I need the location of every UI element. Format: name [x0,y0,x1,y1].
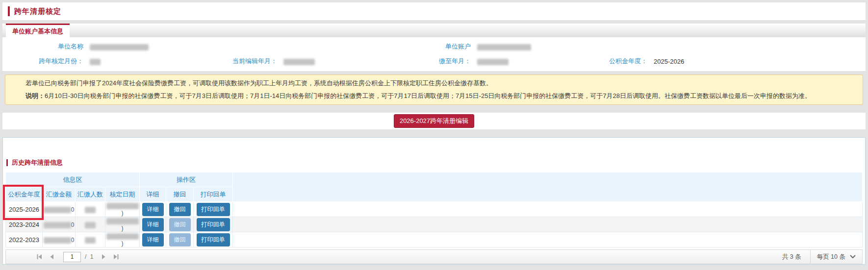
notice-line-2-text: 6月10日-30日向税务部门申报的社保缴费工资，可于7月3日后调取使用；7月1日… [45,92,811,99]
cell-amount-redacted: 0 [43,232,76,247]
page-title: 跨年清册核定 [14,7,61,16]
title-bar: 跨年清册核定 [2,2,866,20]
chevron-down-icon [850,253,856,260]
unit-name-value-redacted [90,44,149,50]
detail-button[interactable]: 详细 [142,218,164,231]
cell-date-redacted: ) [105,217,140,232]
pagination-bar: / 1 共 3 条 每页 10 条 [5,249,863,264]
unit-info-form: 单位名称 单位账户 跨年核定月份： 当前编辑年月： 缴至年月： [2,37,866,71]
page-size-select[interactable]: 每页 10 条 [810,250,862,264]
cross-year-month-label: 跨年核定月份： [2,57,83,66]
unit-account-value-redacted [477,44,531,50]
unit-account-label: 单位账户 [390,42,471,51]
col-header-print: 打印回单 [194,187,233,202]
withdraw-button[interactable]: 撤回 [169,203,191,216]
col-header-detail: 详细 [140,187,166,202]
cell-amount-redacted: 0 [43,202,76,217]
page-number-input[interactable] [63,252,81,262]
section-accent-bar [6,159,8,166]
col-header-people: 汇缴人数 [76,187,105,202]
print-receipt-button[interactable]: 打印回单 [197,218,230,231]
table-row: 2025-2026 0 ) 详细 撤回 打印回单 [6,202,863,217]
total-count-label: 共 3 条 [773,253,810,261]
detail-button[interactable]: 详细 [142,233,164,246]
tab-strip: 单位账户基本信息 [2,24,866,37]
notice-line-2: 说明：6月10日-30日向税务部门申报的社保缴费工资，可于7月3日后调取使用；7… [26,90,848,102]
cell-people-redacted [76,217,105,232]
cell-fund-year: 2025-2026 [6,202,43,217]
last-page-icon[interactable] [110,254,123,260]
detail-button[interactable]: 详细 [142,203,164,216]
previous-page-icon[interactable] [46,254,58,260]
unit-info-panel: 单位账户基本信息 单位名称 单位账户 跨年核定月份： 当前编辑年月： [2,24,866,71]
header-filler [233,172,863,202]
col-header-amount: 汇缴金额 [43,187,76,202]
cell-date-redacted: ) [105,202,140,217]
col-header-withdraw: 撤回 [166,187,194,202]
history-title: 历史跨年清册信息 [12,158,63,167]
next-page-icon[interactable] [97,254,110,260]
col-header-fund-year: 公积金年度 [6,187,43,202]
col-header-date: 核定日期 [105,187,140,202]
group-header-info: 信息区 [6,172,140,187]
table-row: 2023-2024 0 ) 详细 撤回 打印回单 [6,217,863,232]
print-receipt-button[interactable]: 打印回单 [197,233,230,246]
history-table: 信息区 操作区 公积金年度 汇缴金额 汇缴人数 核定日期 详细 撤回 打印回单 … [5,172,863,247]
title-accent-bar [8,6,10,16]
first-page-icon[interactable] [33,254,46,260]
cell-date-redacted: ) [105,232,140,247]
notice-box: 若单位已向税务部门申报了2024年度社会保险费缴费工资，可调取使用该数据作为职工… [5,74,863,105]
current-edit-month-label: 当前编辑年月： [196,57,277,66]
page-total-label: / 1 [85,253,94,260]
notice-line-1: 若单位已向税务部门申报了2024年度社会保险费缴费工资，可调取使用该数据作为职工… [26,77,848,90]
history-section-title: 历史跨年清册信息 [6,158,865,167]
paid-to-month-value-redacted [477,59,509,65]
paid-to-month-label: 缴至年月： [390,57,471,66]
withdraw-button-disabled: 撤回 [169,233,191,246]
history-panel: 历史跨年清册信息 信息区 操作区 公积金年度 汇缴金额 汇缴人数 核定日期 详细… [2,137,866,265]
notice-line-2-label: 说明： [26,92,45,99]
cell-people-redacted [76,202,105,217]
cell-fund-year: 2022-2023 [6,232,43,247]
current-edit-month-value-redacted [283,59,315,65]
cell-amount-redacted: 0 [43,217,76,232]
fund-year-value: 2025-2026 [654,58,684,65]
cell-fund-year: 2023-2024 [6,217,43,232]
page-size-label: 每页 10 条 [817,253,845,261]
action-strip: 2026-2027跨年清册编辑 [2,113,866,129]
tab-unit-account-info[interactable]: 单位账户基本信息 [6,24,70,37]
cross-year-month-value-redacted [90,59,101,65]
unit-name-label: 单位名称 [2,42,83,51]
withdraw-button-disabled: 撤回 [169,218,191,231]
fund-year-label: 公积金年度： [584,57,647,66]
print-receipt-button[interactable]: 打印回单 [197,203,230,216]
group-header-operation: 操作区 [140,172,233,187]
edit-roster-button[interactable]: 2026-2027跨年清册编辑 [394,114,474,128]
cell-people-redacted [76,232,105,247]
table-row: 2022-2023 0 ) 详细 撤回 打印回单 [6,232,863,247]
